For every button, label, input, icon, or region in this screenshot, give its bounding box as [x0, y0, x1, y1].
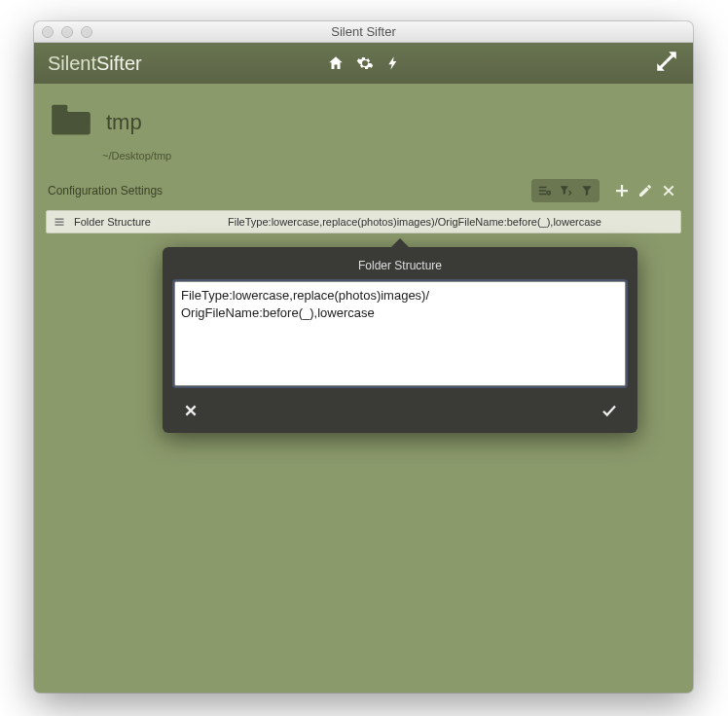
popover: Folder Structure: [163, 247, 637, 433]
window-title: Silent Sifter: [34, 24, 693, 39]
filter-group: [531, 179, 600, 202]
folder-icon: [50, 103, 92, 142]
minimize-window-button[interactable]: [61, 26, 73, 38]
confirm-button[interactable]: [599, 400, 620, 421]
close-window-button[interactable]: [42, 26, 54, 38]
popover-title: Folder Structure: [174, 257, 626, 281]
delete-icon[interactable]: [658, 180, 679, 201]
folder-header: tmp: [46, 97, 681, 148]
funnel-edit-icon[interactable]: [556, 182, 575, 199]
brand-logo: SilentSifter: [48, 53, 142, 75]
svg-point-4: [547, 192, 551, 196]
brand-text-bold: Sifter: [96, 53, 142, 74]
titlebar[interactable]: Silent Sifter: [34, 21, 693, 43]
folder-structure-input[interactable]: [174, 281, 626, 386]
funnel-icon[interactable]: [577, 182, 597, 199]
rule-label: Folder Structure: [74, 216, 220, 228]
config-label: Configuration Settings: [48, 184, 163, 197]
list-filter-icon[interactable]: [534, 182, 554, 199]
expand-icon[interactable]: [654, 49, 679, 74]
drag-handle-icon[interactable]: [53, 216, 66, 228]
popover-arrow: [390, 238, 410, 248]
cancel-button[interactable]: [180, 400, 201, 421]
folder-path: ~/Desktop/tmp: [102, 150, 681, 161]
rule-row[interactable]: Folder Structure FileType:lowercase,repl…: [46, 210, 681, 233]
action-group: [611, 180, 679, 201]
toolbar: SilentSifter: [34, 43, 693, 84]
app-window: Silent Sifter SilentSifter: [34, 21, 693, 693]
home-icon[interactable]: [327, 54, 345, 72]
brand-text-light: Silent: [48, 53, 96, 74]
rule-value: FileType:lowercase,replace(photos)images…: [228, 216, 674, 228]
window-controls: [34, 26, 92, 38]
edit-icon[interactable]: [635, 180, 656, 201]
gear-icon[interactable]: [356, 54, 374, 72]
config-controls: [531, 179, 679, 202]
folder-name: tmp: [106, 110, 142, 135]
svg-rect-0: [52, 105, 67, 110]
add-icon[interactable]: [611, 180, 633, 201]
zoom-window-button[interactable]: [81, 26, 92, 38]
content-area: tmp ~/Desktop/tmp Configuration Settings: [34, 84, 693, 245]
lightning-icon[interactable]: [385, 54, 401, 72]
config-header: Configuration Settings: [46, 179, 681, 202]
